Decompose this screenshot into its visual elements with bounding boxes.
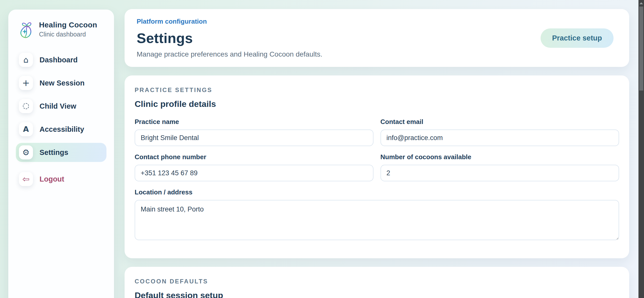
practice-settings-card: PRACTICE SETTINGS Clinic profile details… — [125, 75, 629, 258]
sidebar-item-label: Child View — [40, 102, 76, 110]
app-tagline: Clinic dashboard — [39, 31, 97, 38]
cocoon-defaults-eyebrow: COCOON DEFAULTS — [135, 278, 619, 285]
page-header-card: Platform configuration Settings Manage p… — [125, 9, 629, 67]
practice-settings-form: Practice name Contact email Contact phon… — [135, 118, 619, 248]
practice-name-label: Practice name — [135, 118, 373, 126]
logout-label: Logout — [40, 175, 64, 183]
location-textarea[interactable] — [135, 200, 619, 240]
sidebar-item-child-view[interactable]: Child View — [16, 97, 106, 116]
practice-setup-button[interactable]: Practice setup — [541, 28, 614, 48]
sidebar-item-accessibility[interactable]: A Accessibility — [16, 120, 106, 139]
sidebar-item-label: New Session — [40, 79, 85, 87]
app-title-block: Healing Cocoon Clinic dashboard — [39, 21, 97, 38]
cocoon-defaults-title: Default session setup — [135, 290, 619, 298]
sidebar-item-settings[interactable]: ⚙ Settings — [16, 143, 106, 162]
home-icon: ⌂ — [19, 53, 33, 67]
location-field-group: Location / address — [135, 188, 619, 241]
practice-settings-eyebrow: PRACTICE SETTINGS — [135, 87, 619, 94]
dashed-circle-icon — [19, 99, 33, 113]
scrollbar-up-arrow-icon[interactable] — [638, 0, 644, 7]
practice-settings-title: Clinic profile details — [135, 99, 619, 109]
contact-phone-input[interactable] — [135, 165, 373, 181]
breadcrumb: Platform configuration — [137, 18, 322, 25]
sidebar-item-dashboard[interactable]: ⌂ Dashboard — [16, 50, 106, 69]
cocoons-available-input[interactable] — [381, 165, 619, 181]
main-content: Platform configuration Settings Manage p… — [125, 9, 629, 298]
app-logo-row: Healing Cocoon Clinic dashboard — [17, 20, 106, 38]
window-scrollbar[interactable] — [638, 0, 644, 298]
sidebar-item-label: Accessibility — [40, 125, 84, 134]
contact-email-label: Contact email — [381, 118, 619, 126]
logout-button[interactable]: ⇦ Logout — [16, 169, 106, 189]
practice-name-input[interactable] — [135, 130, 373, 146]
sidebar-item-label: Dashboard — [40, 56, 78, 64]
contact-phone-label: Contact phone number — [135, 153, 373, 161]
scrollbar-thumb[interactable] — [639, 7, 643, 91]
letter-a-icon: A — [19, 122, 33, 136]
app-name: Healing Cocoon — [39, 21, 97, 29]
page-header-text: Platform configuration Settings Manage p… — [137, 18, 322, 58]
contact-email-field-group: Contact email — [381, 118, 619, 146]
contact-email-input[interactable] — [381, 130, 619, 146]
location-label: Location / address — [135, 188, 619, 196]
page-subtitle: Manage practice preferences and Healing … — [137, 50, 322, 58]
plus-icon: + — [19, 76, 33, 90]
cocoon-defaults-card: COCOON DEFAULTS Default session setup De… — [125, 267, 629, 298]
cocoons-available-label: Number of cocoons available — [381, 153, 619, 161]
practice-name-field-group: Practice name — [135, 118, 373, 146]
logout-arrow-icon: ⇦ — [19, 172, 33, 186]
sidebar-item-new-session[interactable]: + New Session — [16, 73, 106, 93]
healing-cocoon-logo-icon — [17, 20, 34, 38]
cocoons-available-field-group: Number of cocoons available — [381, 153, 619, 181]
sidebar-item-label: Settings — [40, 148, 68, 157]
page-title: Settings — [137, 30, 322, 46]
gear-icon: ⚙ — [19, 145, 33, 159]
sidebar: Healing Cocoon Clinic dashboard ⌂ Dashbo… — [8, 10, 114, 298]
sidebar-nav: ⌂ Dashboard + New Session Child View A A… — [16, 50, 106, 189]
contact-phone-field-group: Contact phone number — [135, 153, 373, 181]
